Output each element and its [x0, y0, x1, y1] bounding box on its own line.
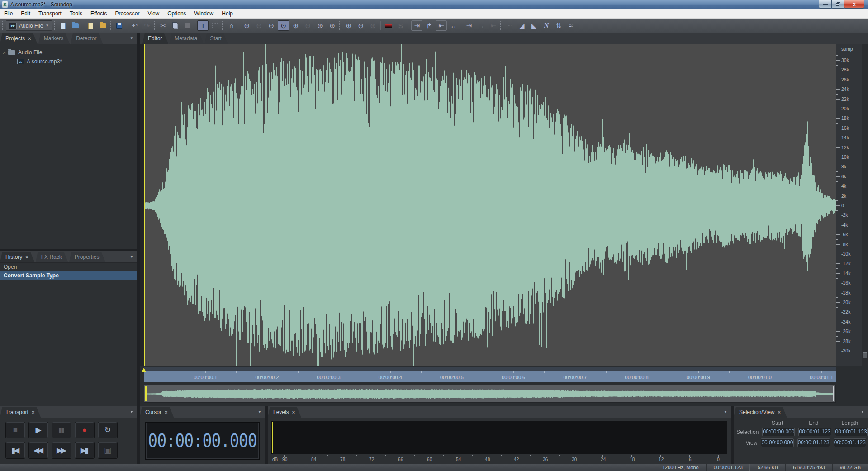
zoom-sel-left-button[interactable]: ⊕	[314, 20, 326, 31]
ruler-zoom-strip[interactable]	[862, 44, 868, 366]
document-tab-metadata[interactable]: Metadata	[169, 33, 204, 44]
close-tab-icon[interactable]: ×	[25, 254, 28, 260]
menu-processor[interactable]: Processor	[111, 9, 143, 19]
overview-start-marker[interactable]	[145, 386, 147, 401]
spectral-view-button[interactable]	[383, 20, 394, 31]
view-end-value[interactable]: 00:00:01.123	[797, 438, 830, 447]
zoom-in-button[interactable]: ⊕	[241, 20, 252, 31]
view-length-value[interactable]: 00:00:01.123	[834, 438, 866, 447]
loop-playback-button[interactable]: ↻	[98, 422, 118, 438]
play-button[interactable]: ▶	[28, 422, 48, 438]
go-to-start-icon: ▮◀	[11, 446, 19, 455]
restore-button[interactable]	[831, 0, 844, 9]
projects-tab-markers[interactable]: Markers	[38, 33, 70, 44]
playhead-marker-icon[interactable]	[142, 368, 146, 372]
redo-icon: ↷	[144, 22, 150, 29]
normalize-button[interactable]: N	[541, 20, 552, 31]
rewind-button[interactable]: ◀◀	[28, 442, 48, 459]
fit-panel-width-button[interactable]: ↔	[448, 20, 459, 31]
go-to-start-button[interactable]: ▮◀	[5, 442, 25, 459]
selection-end-value[interactable]: 00:00:01.123	[798, 428, 831, 436]
menu-transport[interactable]: Transport	[34, 9, 66, 19]
menu-options[interactable]: Options	[163, 9, 190, 19]
copy-button[interactable]	[170, 20, 181, 31]
document-tab-editor[interactable]: Editor	[142, 33, 168, 44]
overview-end-marker[interactable]	[833, 386, 834, 401]
panel-menu-icon[interactable]: ▼	[258, 410, 261, 414]
timeline-ruler[interactable]: 00:00:00.100:00:00.200:00:00.300:00:00.4…	[144, 367, 836, 382]
tree-expander-icon[interactable]: ⊿	[0, 50, 8, 55]
close-tab-icon[interactable]: ×	[165, 409, 167, 415]
close-tab-icon[interactable]: ×	[28, 36, 31, 41]
adjust-amplitude-button[interactable]: ⇅	[553, 20, 564, 31]
menu-view[interactable]: View	[143, 9, 163, 19]
record-button[interactable]: ●	[75, 422, 95, 438]
extend-panel-right-button[interactable]: ⇥	[411, 20, 422, 31]
close-tab-icon[interactable]: ×	[32, 409, 34, 415]
history-item[interactable]: Convert Sample Type	[0, 271, 137, 280]
transport-tab-transport[interactable]: Transport×	[0, 407, 41, 418]
close-tab-icon[interactable]: ×	[292, 409, 295, 415]
fast-forward-button[interactable]: ▶▶	[52, 442, 71, 459]
menu-file[interactable]: File	[0, 9, 17, 19]
split-panel-button[interactable]: ↱	[423, 20, 435, 31]
undo-button[interactable]: ↶	[129, 20, 140, 31]
overview-strip[interactable]	[144, 385, 836, 403]
history-tab-fx-rack[interactable]: FX Rack	[36, 252, 68, 262]
fade-out-button[interactable]: ◢	[528, 20, 540, 31]
history-item[interactable]: Open	[0, 263, 137, 271]
projects-tab-detector[interactable]: Detector	[71, 33, 103, 44]
menu-tools[interactable]: Tools	[66, 9, 86, 19]
audio-file-mode-dropdown[interactable]: ▶▶Audio File▼	[6, 20, 52, 31]
go-to-end-view-button[interactable]: ⇥	[463, 20, 474, 31]
overview-canvas[interactable]	[145, 387, 834, 400]
zoom-sel-right-button[interactable]: ⊕	[327, 20, 338, 31]
open-project-button[interactable]	[97, 20, 109, 31]
selection-length-value[interactable]: 00:00:01.123	[835, 428, 868, 436]
go-to-end-button[interactable]: ▶▮	[75, 442, 95, 459]
zoom-to-cursor-out-button[interactable]: ⊖	[355, 20, 366, 31]
projects-tab-projects[interactable]: Projects×	[0, 33, 38, 44]
ruler-zoom-handle[interactable]	[863, 352, 867, 358]
ruler-label: -26k	[841, 328, 850, 334]
menu-edit[interactable]: Edit	[17, 9, 34, 19]
menu-window[interactable]: Window	[190, 9, 218, 19]
zoom-to-cursor-in-button[interactable]: ⊕	[343, 20, 354, 31]
ibeam-select-button[interactable]: I	[197, 20, 209, 31]
panel-menu-icon[interactable]: ▼	[861, 410, 864, 414]
tree-node-source-file[interactable]: ▶▶ A source.mp3*	[0, 57, 137, 66]
panel-menu-icon[interactable]: ▼	[130, 255, 133, 259]
history-tab-history[interactable]: History×	[0, 252, 35, 262]
new-file-button[interactable]	[57, 20, 69, 31]
close-tab-icon[interactable]: ×	[778, 409, 781, 415]
waveform-canvas[interactable]	[144, 44, 836, 366]
snap-magnet-button[interactable]: ∩	[226, 20, 237, 31]
save-file-button[interactable]	[114, 20, 125, 31]
open-file-button[interactable]	[70, 20, 81, 31]
document-tab-start[interactable]: Start	[204, 33, 228, 44]
envelope-button[interactable]: ≈	[565, 20, 576, 31]
zoom-selection-button[interactable]: ⊙	[278, 20, 289, 31]
levels-label: 0	[717, 457, 720, 462]
selection-view-tab-selection-view[interactable]: Selection/View×	[734, 407, 787, 418]
amplitude-ruler[interactable]: samp30k28k26k24k22k20k18k16k14k12k10k8k6…	[836, 44, 868, 366]
close-button[interactable]: x	[844, 0, 864, 9]
cut-button[interactable]: ✂	[157, 20, 169, 31]
levels-tab-levels[interactable]: Levels×	[268, 407, 301, 418]
panel-menu-icon[interactable]: ▼	[130, 36, 133, 40]
panel-menu-icon[interactable]: ▼	[724, 410, 727, 414]
new-project-button[interactable]	[85, 20, 96, 31]
view-start-value[interactable]: 00:00:00.000	[761, 438, 793, 447]
panel-menu-icon[interactable]: ▼	[130, 410, 133, 414]
cursor-tab-cursor[interactable]: Cursor×	[140, 407, 174, 418]
zoom-in-vertical-button[interactable]: ⊕	[290, 20, 301, 31]
selection-start-value[interactable]: 00:00:00.000	[762, 428, 795, 436]
menu-help[interactable]: Help	[218, 9, 237, 19]
history-tab-properties[interactable]: Properties	[69, 252, 106, 262]
fade-in-button[interactable]: ◢	[516, 20, 527, 31]
tree-node-audio-file[interactable]: ⊿ Audio File	[0, 48, 137, 57]
zoom-out-full-button[interactable]: ⊖	[266, 20, 277, 31]
minimize-button[interactable]	[819, 0, 832, 9]
menu-effects[interactable]: Effects	[86, 9, 111, 19]
extend-panel-left-button[interactable]: ⇤	[436, 20, 447, 31]
